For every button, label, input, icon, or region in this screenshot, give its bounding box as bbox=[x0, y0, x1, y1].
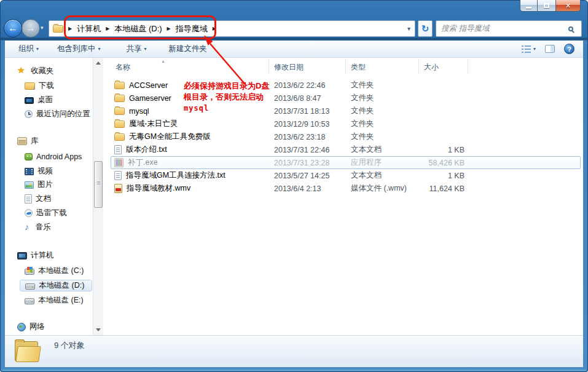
file-name: Gameserver bbox=[129, 94, 171, 103]
sidebar-item-music[interactable]: 音乐 bbox=[25, 221, 51, 233]
sidebar-item-thunder[interactable]: 迅雷下载 bbox=[25, 207, 67, 219]
file-row[interactable]: 补丁.exe2013/7/31 23:28应用程序58,426 KB bbox=[111, 156, 581, 169]
sidebar-section-star[interactable]: 收藏夹 bbox=[17, 65, 54, 77]
sidebar-item-picture[interactable]: 图片 bbox=[25, 179, 53, 191]
maximize-icon bbox=[544, 3, 549, 8]
sidebar-item-drive[interactable]: 本地磁盘 (D:) bbox=[20, 280, 92, 291]
sidebar-section-computer[interactable]: 计算机 bbox=[17, 250, 54, 261]
file-list-pane: 名称 ▲ 修改日期 类型 大小 ACCServer2013/6/2 22:46文… bbox=[111, 58, 583, 335]
breadcrumb-local-disk-d[interactable]: 本地磁盘 (D:) bbox=[114, 23, 162, 34]
breadcrumb-computer[interactable]: 计算机 bbox=[77, 23, 101, 34]
sidebar-item-document[interactable]: 文档 bbox=[25, 193, 51, 205]
file-row[interactable]: Gameserver2013/6/8 8:47文件夹 bbox=[111, 92, 581, 105]
breadcrumb-separator-icon[interactable]: ▶ bbox=[68, 26, 72, 31]
help-button[interactable]: ? bbox=[564, 44, 574, 54]
file-type: 文件夹 bbox=[346, 106, 419, 116]
breadcrumb-separator-icon[interactable]: ▶ bbox=[167, 26, 171, 31]
sidebar-section-network[interactable]: 网络 bbox=[17, 321, 45, 333]
sort-ascending-icon: ▲ bbox=[161, 59, 165, 63]
file-row[interactable]: 无毒GM全能工具免费版2013/6/2 23:18文件夹 bbox=[111, 130, 581, 143]
recent-icon bbox=[25, 110, 33, 118]
close-button[interactable]: ✕ bbox=[555, 0, 581, 12]
file-name-cell: mysql bbox=[111, 107, 269, 116]
sidebar-item-android[interactable]: Android Apps bbox=[25, 151, 82, 162]
share-button[interactable]: 共享▾ bbox=[127, 44, 147, 54]
folder-icon bbox=[114, 121, 125, 128]
wmv-icon bbox=[114, 184, 122, 193]
file-type: 文件夹 bbox=[346, 93, 419, 103]
sidebar-item-label: 迅雷下载 bbox=[36, 208, 67, 218]
sidebar-item-label: 本地磁盘 (C:) bbox=[38, 266, 84, 276]
sidebar-section-library[interactable]: 库 bbox=[17, 135, 39, 147]
file-row[interactable]: 魔域-末日亡灵2013/12/9 10:53文件夹 bbox=[111, 117, 581, 130]
sidebar-item-label: 库 bbox=[31, 136, 39, 146]
scrollbar-thumb[interactable] bbox=[94, 161, 103, 208]
refresh-button[interactable]: ↻ bbox=[418, 20, 433, 37]
forward-button[interactable]: → bbox=[22, 19, 40, 38]
file-row[interactable]: ACCServer2013/6/2 22:46文件夹 bbox=[111, 79, 581, 92]
new-folder-button[interactable]: 新建文件夹 bbox=[169, 44, 208, 54]
sidebar-item-drive[interactable]: 本地磁盘 (E:) bbox=[25, 295, 84, 306]
breadcrumb-current-folder[interactable]: 指导魔域 bbox=[176, 23, 208, 34]
organize-button[interactable]: 组织▾ bbox=[18, 44, 39, 54]
minimize-button[interactable] bbox=[520, 0, 538, 12]
sidebar-item-desktop[interactable]: 桌面 bbox=[25, 94, 53, 106]
exe-icon bbox=[114, 158, 123, 167]
file-name-cell: 补丁.exe bbox=[111, 157, 269, 168]
sidebar-item-recent[interactable]: 最近访问的位置 bbox=[25, 108, 90, 120]
sidebar-item-label: Android Apps bbox=[36, 152, 82, 161]
forward-icon: → bbox=[26, 23, 36, 34]
sidebar-item-label: 图片 bbox=[37, 180, 53, 190]
folder-icon bbox=[114, 95, 125, 102]
column-header-size[interactable]: 大小 bbox=[419, 59, 468, 74]
sidebar-item-label: 本地磁盘 (E:) bbox=[38, 295, 84, 306]
file-name: 补丁.exe bbox=[128, 157, 158, 168]
file-row[interactable]: 版本介绍.txt2013/7/31 22:46文本文档1 KB bbox=[111, 143, 581, 156]
file-name-cell: Gameserver bbox=[111, 94, 269, 103]
file-date: 2013/6/8 8:47 bbox=[269, 94, 346, 103]
recent-pages-dropdown[interactable]: ▾ bbox=[41, 25, 44, 31]
chevron-down-icon: ▾ bbox=[36, 46, 39, 52]
window-controls: ✕ bbox=[520, 0, 581, 12]
column-header-name[interactable]: 名称 ▲ bbox=[111, 59, 269, 74]
back-button[interactable]: ← bbox=[4, 19, 22, 38]
preview-pane-button[interactable] bbox=[545, 45, 555, 53]
computer-icon bbox=[17, 252, 27, 259]
sidebar-item-label: 计算机 bbox=[31, 250, 54, 261]
maximize-button[interactable] bbox=[538, 0, 555, 12]
scroll-up-button[interactable] bbox=[93, 58, 104, 68]
file-row[interactable]: mysql2013/7/31 18:13文件夹 bbox=[111, 105, 581, 117]
file-name-cell: 无毒GM全能工具免费版 bbox=[111, 132, 269, 142]
back-icon: ← bbox=[8, 23, 18, 34]
file-type: 文件夹 bbox=[346, 132, 419, 142]
include-in-library-button[interactable]: 包含到库中▾ bbox=[57, 44, 101, 54]
scroll-down-button[interactable] bbox=[93, 325, 104, 335]
sidebar-item-video[interactable]: 视频 bbox=[25, 165, 53, 177]
file-name: ACCServer bbox=[129, 81, 168, 90]
file-row[interactable]: 指导魔域教材.wmv2013/6/4 2:13媒体文件 (.wmv)11,624… bbox=[111, 182, 581, 195]
column-header-date[interactable]: 修改日期 bbox=[269, 59, 346, 74]
breadcrumb-separator-icon[interactable]: ▶ bbox=[106, 26, 109, 31]
sidebar-item-label: 下载 bbox=[39, 81, 54, 91]
breadcrumb-separator-icon[interactable]: ▶ bbox=[213, 26, 216, 31]
sidebar-item-drive-system[interactable]: 本地磁盘 (C:) bbox=[25, 265, 84, 277]
sidebar-item-label: 本地磁盘 (D:) bbox=[39, 280, 84, 291]
address-history-dropdown[interactable]: ▾ bbox=[407, 25, 410, 32]
file-date: 2013/7/31 22:46 bbox=[269, 146, 346, 154]
sidebar-item-label: 收藏夹 bbox=[31, 66, 54, 76]
sidebar-item-folder-download[interactable]: 下载 bbox=[25, 80, 54, 92]
address-bar[interactable]: ▶ 计算机 ▶ 本地磁盘 (D:) ▶ 指导魔域 ▶ ▾ bbox=[49, 20, 415, 37]
drive-icon bbox=[25, 283, 35, 290]
change-view-button[interactable]: ▾ bbox=[522, 46, 536, 53]
column-header-type[interactable]: 类型 bbox=[346, 59, 419, 74]
folder-download-icon bbox=[25, 82, 35, 90]
file-date: 2013/6/2 22:46 bbox=[269, 81, 346, 90]
search-icon bbox=[568, 26, 573, 31]
search-placeholder: 搜索 指导魔域 bbox=[441, 23, 568, 34]
file-row[interactable]: 指导魔域GM工具连接方法.txt2013/5/27 14:25文本文档1 KB bbox=[111, 169, 581, 182]
file-date: 2013/5/27 14:25 bbox=[269, 172, 346, 180]
file-type: 文件夹 bbox=[346, 80, 419, 90]
file-date: 2013/12/9 10:53 bbox=[269, 120, 346, 129]
search-box[interactable]: 搜索 指导魔域 bbox=[436, 20, 582, 37]
sidebar-scrollbar[interactable] bbox=[93, 58, 103, 335]
